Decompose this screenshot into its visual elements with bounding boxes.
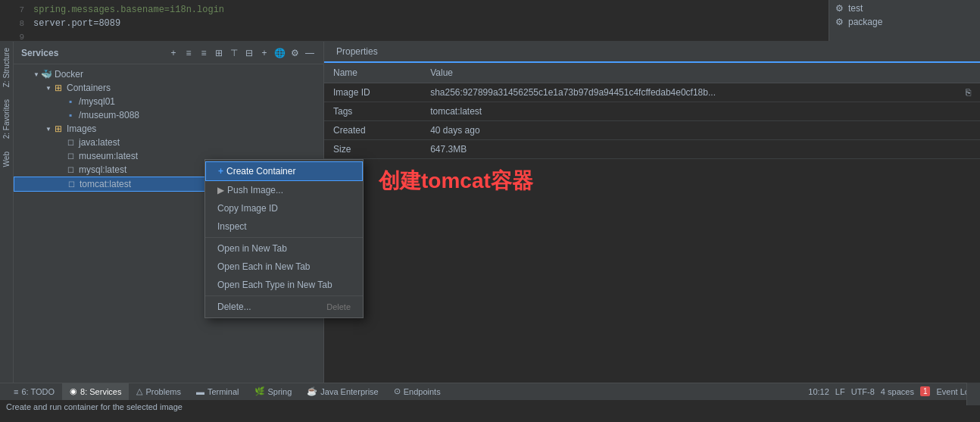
tab-properties[interactable]: Properties bbox=[324, 42, 390, 63]
prop-copy-imageid[interactable]: ⎘ bbox=[957, 83, 980, 102]
containers-expand-arrow[interactable]: ▼ bbox=[44, 83, 53, 92]
status-right: 10:12 LF UTF-8 4 spaces 1 Event Log bbox=[808, 386, 974, 396]
images-expand-arrow[interactable]: ▼ bbox=[44, 124, 53, 133]
properties-tab-bar: Properties bbox=[324, 42, 980, 63]
line-ending: LF bbox=[835, 387, 845, 396]
gear-icon-2: ⚙ bbox=[835, 17, 844, 27]
left-sidebar: Z: Structure 2: Favorites Web bbox=[0, 42, 14, 383]
toolbar-settings-btn[interactable]: ⊟ bbox=[243, 47, 255, 59]
bottom-tab-endpoints[interactable]: ⊙ Endpoints bbox=[386, 383, 448, 400]
services-panel-title: Services bbox=[21, 48, 58, 58]
ctx-create-container[interactable]: +Create Container bbox=[205, 161, 363, 181]
line-num-7: 7 bbox=[6, 5, 24, 14]
ctx-copy-id-label: Copy Image ID bbox=[217, 203, 278, 214]
bottom-tab-services[interactable]: ◉ 8: Services bbox=[62, 383, 129, 400]
ctx-sep-1 bbox=[205, 237, 363, 238]
status-message-bar: Create and run container for the selecte… bbox=[0, 399, 980, 413]
left-tab-favorites[interactable]: 2: Favorites bbox=[1, 93, 12, 145]
tomcat-arrow bbox=[57, 180, 66, 189]
mysql-latest-icon: ☐ bbox=[65, 164, 76, 175]
toolbar-minus-btn[interactable]: — bbox=[304, 47, 316, 59]
prop-copy-tags bbox=[957, 102, 980, 121]
services-icon: ◉ bbox=[70, 386, 77, 396]
prop-value-tags: tomcat:latest bbox=[421, 102, 957, 121]
bottom-tab-terminal[interactable]: ▬ Terminal bbox=[189, 383, 247, 400]
services-toolbar: + ≡ ≡ ⊞ ⊤ ⊟ + 🌐 ⚙ — bbox=[167, 47, 316, 59]
docker-expand-arrow[interactable]: ▼ bbox=[32, 70, 41, 79]
images-icon: ⊞ bbox=[53, 123, 64, 134]
ctx-plus-icon: + bbox=[218, 166, 223, 177]
tomcat-icon: ☐ bbox=[66, 179, 76, 189]
spring-label: Spring bbox=[268, 387, 292, 396]
status-message-text: Create and run container for the selecte… bbox=[6, 402, 183, 411]
mysql01-icon: ▪ bbox=[65, 96, 76, 107]
toolbar-list-btn[interactable]: ≡ bbox=[183, 47, 195, 59]
main-area: Z: Structure 2: Favorites Web Services +… bbox=[0, 42, 980, 383]
tree-mysql01[interactable]: ▪ /mysql01 bbox=[14, 95, 323, 108]
mysql-latest-label: mysql:latest bbox=[79, 164, 126, 175]
col-action-header bbox=[957, 63, 980, 83]
gear-icon-1: ⚙ bbox=[835, 3, 844, 14]
mysql-latest-arrow bbox=[56, 165, 65, 174]
prop-row-size: Size 647.3MB bbox=[324, 140, 980, 159]
toolbar-add-btn[interactable]: + bbox=[167, 47, 179, 59]
bottom-tab-todo[interactable]: ≡ 6: TODO bbox=[6, 383, 62, 400]
java-enterprise-label: Java Enterprise bbox=[320, 387, 378, 396]
museum-icon: ▪ bbox=[65, 110, 76, 120]
annotation-text: 创建tomcat容器 bbox=[379, 167, 533, 195]
tree-containers[interactable]: ▼ ⊞ Containers bbox=[14, 81, 323, 95]
bottom-tab-problems[interactable]: △ Problems bbox=[129, 383, 188, 400]
code-line-8: 8 server.port=8089 bbox=[6, 17, 822, 30]
line-num-8: 8 bbox=[6, 19, 24, 28]
docker-label: Docker bbox=[55, 69, 83, 80]
top-right-package-label: package bbox=[848, 17, 882, 27]
prop-value-size: 647.3MB bbox=[421, 140, 957, 159]
toolbar-filter-btn[interactable]: ⊤ bbox=[228, 47, 240, 59]
tree-images[interactable]: ▼ ⊞ Images bbox=[14, 122, 323, 136]
museum-8088-label: /museum-8088 bbox=[79, 110, 139, 120]
ctx-copy-image-id[interactable]: Copy Image ID bbox=[205, 199, 363, 217]
top-right-package[interactable]: ⚙ package bbox=[835, 17, 974, 27]
museum-latest-icon: ☐ bbox=[65, 151, 76, 161]
todo-icon: ≡ bbox=[14, 387, 18, 396]
ctx-create-label: Create Container bbox=[226, 166, 295, 177]
ctx-push-image[interactable]: ▶Push Image... bbox=[205, 181, 363, 199]
left-tab-structure[interactable]: Z: Structure bbox=[1, 42, 12, 93]
prop-row-imageid: Image ID sha256:927899a31456255c1e1a73b9… bbox=[324, 83, 980, 102]
ctx-push-label: Push Image... bbox=[227, 185, 283, 195]
left-tab-web[interactable]: Web bbox=[1, 145, 12, 173]
ctx-inspect[interactable]: Inspect bbox=[205, 217, 363, 236]
indent: 4 spaces bbox=[881, 387, 914, 396]
toolbar-gear-btn[interactable]: ⚙ bbox=[289, 47, 301, 59]
spring-icon: 🌿 bbox=[254, 386, 265, 396]
col-value-header: Value bbox=[421, 63, 957, 83]
museum-latest-arrow bbox=[56, 152, 65, 161]
toolbar-globe-btn[interactable]: 🌐 bbox=[273, 47, 286, 59]
docker-icon: 🐳 bbox=[41, 69, 51, 80]
col-name-header: Name bbox=[324, 63, 421, 83]
tree-docker[interactable]: ▼ 🐳 Docker bbox=[14, 67, 323, 81]
containers-label: Containers bbox=[67, 83, 111, 93]
ctx-delete-label: Delete... bbox=[217, 302, 251, 312]
toolbar-plus2-btn[interactable]: + bbox=[258, 47, 270, 59]
top-right-test[interactable]: ⚙ test bbox=[835, 3, 974, 14]
bottom-bar: ≡ 6: TODO ◉ 8: Services △ Problems ▬ Ter… bbox=[0, 383, 980, 399]
properties-table: Name Value Image ID sha256:927899a314562… bbox=[324, 63, 980, 159]
toolbar-grid-btn[interactable]: ⊞ bbox=[213, 47, 225, 59]
tree-museum-8088[interactable]: ▪ /museum-8088 bbox=[14, 108, 323, 122]
ctx-open-each-new-tab[interactable]: Open Each in New Tab bbox=[205, 258, 363, 276]
tree-java-latest[interactable]: ☐ java:latest bbox=[14, 136, 323, 149]
java-latest-label: java:latest bbox=[79, 137, 120, 148]
top-right-test-label: test bbox=[848, 3, 863, 14]
bottom-tab-spring[interactable]: 🌿 Spring bbox=[247, 383, 300, 400]
code-line-7: 7 spring.messages.basename=i18n.login bbox=[6, 3, 822, 17]
bottom-tab-java-enterprise[interactable]: ☕ Java Enterprise bbox=[299, 383, 385, 400]
terminal-icon: ▬ bbox=[196, 387, 204, 396]
ctx-delete[interactable]: Delete... Delete bbox=[205, 298, 363, 316]
ctx-open-each-type[interactable]: Open Each Type in New Tab bbox=[205, 276, 363, 294]
toolbar-collapse-btn[interactable]: ≡ bbox=[198, 47, 210, 59]
java-enterprise-icon: ☕ bbox=[307, 386, 317, 396]
services-header: Services + ≡ ≡ ⊞ ⊤ ⊟ + 🌐 ⚙ — bbox=[14, 42, 323, 64]
code-text-7: spring.messages.basename=i18n.login bbox=[33, 5, 224, 15]
ctx-open-new-tab[interactable]: Open in New Tab bbox=[205, 239, 363, 258]
